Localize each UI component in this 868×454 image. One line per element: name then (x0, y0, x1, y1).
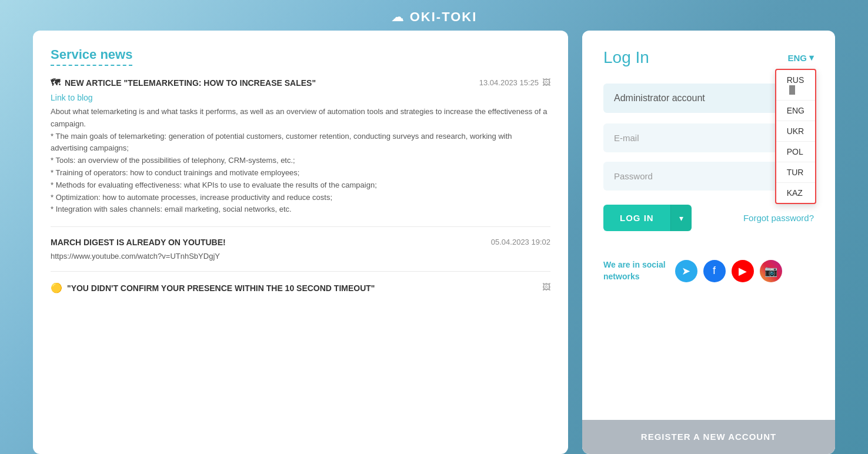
news-panel: Service news 🗺 NEW ARTICLE "TELEMARKETIN… (33, 31, 568, 454)
lang-option-tur[interactable]: TUR (776, 162, 815, 183)
instagram-icon[interactable]: 📷 (760, 260, 782, 282)
lang-button[interactable]: ENG ▾ (787, 52, 814, 63)
news-item-header: MARCH DIGEST IS ALREADY ON YOUTUBE! 05.0… (51, 238, 550, 247)
header: ☁ OKI-TOKI (0, 0, 868, 31)
login-actions: LOG IN ▾ Forgot password? (603, 205, 814, 231)
news-item-title: MARCH DIGEST IS ALREADY ON YOUTUBE! (51, 238, 226, 247)
main-content: Service news 🗺 NEW ARTICLE "TELEMARKETIN… (16, 31, 852, 454)
news-url: https://www.youtube.com/watch?v=UTnhSbYD… (51, 252, 550, 261)
news-panel-title: Service news (51, 47, 132, 66)
image-icon: 🖼 (542, 78, 550, 87)
news-date: 🖼 (542, 282, 550, 292)
login-btn-group: LOG IN ▾ (603, 205, 692, 231)
news-body: About what telemarketing is and what tas… (51, 106, 550, 216)
lang-option-pol[interactable]: POL (776, 142, 815, 162)
facebook-icon[interactable]: f (703, 260, 726, 282)
lang-option-rus[interactable]: RUS (776, 70, 815, 101)
news-emoji: 🗺 (51, 78, 60, 88)
logo-icon: ☁ (391, 9, 404, 25)
youtube-icon[interactable]: ▶ (732, 260, 754, 282)
news-date: 13.04.2023 15:25 🖼 (479, 78, 550, 87)
social-label: We are in socialnetworks (603, 259, 666, 282)
lang-current: ENG (787, 53, 807, 63)
login-title: Log In (603, 48, 649, 67)
login-arrow-button[interactable]: ▾ (670, 205, 692, 231)
telegram-icon[interactable]: ➤ (675, 260, 697, 282)
lang-option-eng[interactable]: ENG (776, 101, 815, 121)
news-date: 05.04.2023 19:02 (491, 238, 550, 246)
login-button[interactable]: LOG IN (603, 205, 670, 231)
lang-dropdown: RUS ENG UKR POL TUR KAZ (775, 69, 816, 204)
news-item-header: 🗺 NEW ARTICLE "TELEMARKETING: HOW TO INC… (51, 78, 550, 88)
register-button[interactable]: REGISTER A NEW ACCOUNT (641, 432, 776, 442)
register-footer[interactable]: REGISTER A NEW ACCOUNT (582, 420, 835, 454)
news-item: MARCH DIGEST IS ALREADY ON YOUTUBE! 05.0… (51, 238, 550, 272)
news-link[interactable]: Link to blog (51, 93, 550, 102)
lang-selector[interactable]: ENG ▾ RUS ENG UKR POL TUR KAZ (787, 52, 814, 63)
app-title: OKI-TOKI (410, 9, 478, 25)
news-item-title: 🗺 NEW ARTICLE "TELEMARKETING: HOW TO INC… (51, 78, 316, 88)
social-section: We are in socialnetworks ➤ f ▶ 📷 (603, 249, 814, 282)
news-item-header: 🟡 "YOU DIDN'T CONFIRM YOUR PRESENCE WITH… (51, 282, 550, 293)
lang-option-ukr[interactable]: UKR (776, 121, 815, 142)
login-header: Log In ENG ▾ RUS ENG UKR POL TUR KAZ (603, 48, 814, 67)
login-body: Log In ENG ▾ RUS ENG UKR POL TUR KAZ (582, 31, 835, 420)
news-emoji: 🟡 (51, 282, 62, 293)
news-item: 🟡 "YOU DIDN'T CONFIRM YOUR PRESENCE WITH… (51, 282, 550, 309)
login-panel: Log In ENG ▾ RUS ENG UKR POL TUR KAZ (582, 31, 835, 454)
chevron-down-icon: ▾ (809, 52, 814, 63)
forgot-password-link[interactable]: Forgot password? (743, 213, 814, 223)
news-item-title: 🟡 "YOU DIDN'T CONFIRM YOUR PRESENCE WITH… (51, 282, 375, 293)
image-icon: 🖼 (542, 282, 550, 292)
news-item: 🗺 NEW ARTICLE "TELEMARKETING: HOW TO INC… (51, 78, 550, 227)
social-icons: ➤ f ▶ 📷 (675, 260, 782, 282)
lang-option-kaz[interactable]: KAZ (776, 183, 815, 203)
